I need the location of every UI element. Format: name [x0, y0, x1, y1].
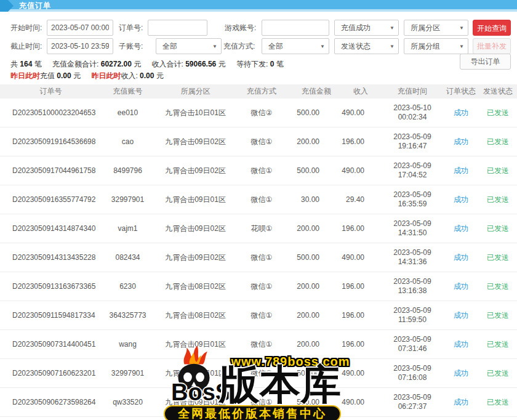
col-amount: 充值金额 [286, 86, 339, 97]
cell-income: 490.00 [339, 166, 382, 175]
cell-amount: 200.00 [286, 137, 339, 146]
cell-income: 196.00 [339, 311, 382, 320]
cell-account: 32997901 [102, 195, 154, 204]
cell-account: wang [102, 340, 154, 349]
page-header: 充值订单 [0, 0, 517, 12]
cell-zone: 九霄合击09日02区 [154, 166, 237, 176]
tab-recharge-orders[interactable]: 充值订单 [19, 0, 51, 12]
end-time-input[interactable] [47, 38, 113, 54]
chevron-down-icon: ▼ [459, 39, 464, 54]
cell-send-status: 已发送 [479, 281, 517, 292]
pay-method-label: 充值方式: [223, 38, 255, 54]
cell-income: 490.00 [339, 398, 382, 406]
cell-account: 6230 [102, 282, 154, 291]
cell-order-id: D2023050906273598264 [0, 398, 102, 406]
sub-account-select[interactable]: 全部 ▼ [156, 38, 222, 54]
cell-time: 2023-05-09 07:31:46 [382, 335, 443, 353]
cell-account: 8499796 [102, 166, 154, 175]
cell-zone: 九霄合击09日01区 [154, 195, 237, 205]
col-order-id: 订单号 [0, 86, 102, 97]
cell-order-id: D2023050907314400451 [0, 340, 102, 349]
cell-order-id: D2023050916355774792 [0, 195, 102, 204]
orders-table: 订单号 充值账号 所属分区 充值方式 充值金额 收入 充值时间 订单状态 发送状… [0, 84, 517, 417]
cell-order-status: 成功 [443, 397, 479, 408]
cell-method: 微信① [237, 339, 286, 350]
cell-zone: 九霄合击08日02区 [154, 310, 237, 321]
pay-method-select[interactable]: 全部 ▼ [262, 38, 329, 54]
cell-send-status: 已发送 [479, 368, 517, 379]
cell-order-status: 成功 [443, 281, 479, 292]
pending-count: 0 [270, 60, 275, 68]
cell-amount: 200.00 [286, 340, 339, 349]
start-time-input[interactable] [47, 20, 113, 36]
export-orders-button[interactable]: 导出订单 [460, 54, 511, 70]
col-send-status: 发送状态 [479, 86, 517, 97]
chevron-down-icon: ▼ [320, 39, 325, 54]
cell-send-status: 已发送 [479, 224, 517, 234]
cell-order-id: D2023050917044961758 [0, 166, 102, 175]
cell-income: 490.00 [339, 253, 382, 262]
table-row: D2023050913163673365 6230 九霄合击08日02区 微信①… [0, 272, 517, 301]
cell-method: 微信① [237, 137, 286, 147]
cell-order-status: 成功 [443, 108, 479, 118]
summary-line-1: 共 164 笔 充值金额合计: 60272.00 元 收入合计: 59066.5… [10, 59, 284, 70]
cell-account: ee010 [102, 108, 154, 117]
group-select[interactable]: 所属分组 ▼ [404, 38, 468, 54]
recharge-orders-page: 充值订单 开始时间: 订单号: 游戏账号: 充值成功 ▼ 所属分区 ▼ 开始查询… [0, 0, 517, 420]
cell-order-status: 成功 [443, 166, 479, 176]
cell-account: 32997901 [102, 369, 154, 378]
cell-order-id: D2023050907160623201 [0, 369, 102, 378]
cell-time: 2023-05-09 13:16:38 [382, 277, 443, 296]
cell-order-id: D2023050919164536698 [0, 137, 102, 146]
cell-send-status: 已发送 [479, 252, 517, 263]
recharge-status-select[interactable]: 充值成功 ▼ [334, 20, 399, 36]
cell-method: 微信① [237, 281, 286, 292]
chevron-down-icon: ▼ [390, 21, 395, 36]
tab-arrow-icon [0, 0, 14, 12]
col-order-status: 订单状态 [443, 86, 479, 97]
send-status-select[interactable]: 发送状态 ▼ [334, 38, 399, 54]
cell-zone: 九霄合击09日02区 [154, 252, 237, 263]
query-button[interactable]: 开始查询 [473, 20, 511, 36]
batch-resend-button[interactable]: 批量补发 [473, 38, 511, 54]
cell-income: 196.00 [339, 137, 382, 146]
chevron-down-icon: ▼ [459, 21, 464, 36]
cell-amount: 200.00 [286, 224, 339, 233]
cell-method: 微信① [237, 310, 286, 321]
cell-method: 花呗① [237, 224, 286, 234]
cell-income: 490.00 [339, 108, 382, 117]
cell-time: 2023-05-09 07:16:08 [382, 364, 443, 382]
cell-zone: 九霄合击09日01区 [154, 339, 237, 350]
col-time: 充值时间 [382, 87, 443, 96]
cell-order-status: 成功 [443, 339, 479, 350]
col-zone: 所属分区 [154, 86, 237, 97]
table-row: D2023050907314400451 wang 九霄合击09日01区 微信①… [0, 330, 517, 359]
cell-method: 微信① [237, 397, 286, 408]
game-account-input[interactable] [262, 20, 329, 36]
cell-income: 196.00 [339, 224, 382, 233]
order-no-label: 订单号: [119, 20, 143, 36]
cell-order-id: D2023050914314874340 [0, 224, 102, 233]
table-row: D2023050917044961758 8499796 九霄合击09日02区 … [0, 156, 517, 185]
cell-method: 微信① [237, 195, 286, 205]
cell-send-status: 已发送 [479, 397, 517, 408]
table-row: D2023050907160623201 32997901 九霄合击09日01区… [0, 359, 517, 388]
cell-send-status: 已发送 [479, 195, 517, 205]
order-no-input[interactable] [148, 20, 207, 36]
zone-select[interactable]: 所属分区 ▼ [404, 20, 468, 36]
cell-zone: 九霄合击10日01区 [154, 108, 237, 118]
cell-send-status: 已发送 [479, 137, 517, 147]
chevron-down-icon: ▼ [212, 39, 217, 54]
start-time-label: 开始时间: [10, 20, 42, 36]
cell-zone: 九霄合击09日02区 [154, 137, 237, 147]
cell-time: 2023-05-09 14:31:50 [382, 219, 443, 238]
cell-send-status: 已发送 [479, 166, 517, 176]
cell-order-id: D2023050914313435228 [0, 253, 102, 262]
cell-zone: 九霄合击09日02区 [154, 224, 237, 234]
cell-method: 微信① [237, 166, 286, 176]
cell-account: qw33520 [102, 398, 154, 406]
total-income: 59066.56 [185, 60, 216, 68]
cell-time: 2023-05-09 14:31:36 [382, 248, 443, 267]
col-method: 充值方式 [237, 86, 286, 97]
cell-amount: 500.00 [286, 166, 339, 175]
